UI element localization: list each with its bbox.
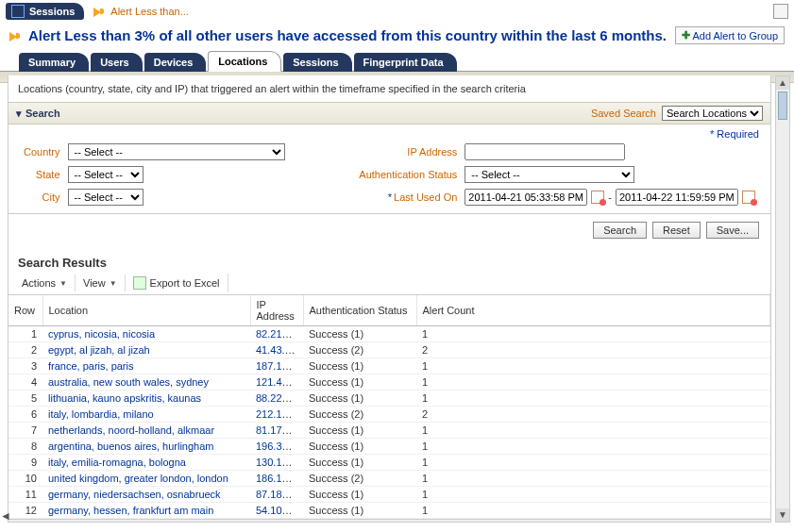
tab-sessions[interactable]: Sessions <box>283 53 351 72</box>
table-row: 9italy, emilia-romagna, bologna130.136.1… <box>8 455 770 471</box>
auth-status-cell: Success (1) <box>303 487 416 503</box>
tab-locations[interactable]: Locations <box>208 51 281 72</box>
tab-devices[interactable]: Devices <box>144 53 207 72</box>
ip-link[interactable]: 87.183.66 <box>256 489 302 500</box>
table-row: 4australia, new south wales, sydney121.4… <box>8 374 770 391</box>
auth-status-cell: Success (1) <box>303 391 416 407</box>
reset-button[interactable]: Reset <box>652 222 701 239</box>
scroll-right-icon[interactable]: ► <box>755 522 769 524</box>
collapse-handle-icon[interactable]: ◄ <box>0 509 11 523</box>
alert-count-cell: 1 <box>416 455 770 471</box>
table-row: 1cyprus, nicosia, nicosia82.211.12Succes… <box>8 326 770 342</box>
top-tab-sessions[interactable]: Sessions <box>6 3 84 20</box>
row-number: 7 <box>8 423 42 439</box>
ip-label: IP Address <box>359 146 457 158</box>
ip-input[interactable] <box>465 143 625 160</box>
auth-status-cell: Success (2) <box>303 342 416 358</box>
tab-fingerprint-data[interactable]: Fingerprint Data <box>354 53 457 72</box>
scroll-up-icon[interactable]: ▲ <box>776 76 789 90</box>
auth-status-cell: Success (1) <box>303 358 416 374</box>
row-number: 11 <box>8 487 42 503</box>
alert-count-cell: 2 <box>416 407 770 423</box>
search-button[interactable]: Search <box>593 222 647 239</box>
add-alert-to-group-link[interactable]: ✚ Add Alert to Group <box>675 26 786 44</box>
calendar-from-icon[interactable] <box>591 191 604 204</box>
location-link[interactable]: united kingdom, greater london, london <box>48 473 228 484</box>
location-link[interactable]: italy, lombardia, milano <box>48 408 154 420</box>
date-to-input[interactable] <box>616 189 738 206</box>
section-description: Locations (country, state, city and IP) … <box>8 75 770 102</box>
location-link[interactable]: germany, niedersachsen, osnabrueck <box>48 489 221 500</box>
actions-menu[interactable]: Actions ▼ <box>14 274 76 291</box>
saved-search-select[interactable]: Search Locations <box>662 106 763 121</box>
date-from-input[interactable] <box>465 189 587 206</box>
location-link[interactable]: argentina, buenos aires, hurlingham <box>48 441 214 452</box>
alert-count-cell: 1 <box>416 471 770 487</box>
location-link[interactable]: netherlands, noord-holland, alkmaar <box>48 424 214 436</box>
ip-link[interactable]: 130.136.1 <box>256 457 302 468</box>
table-row: 12germany, hessen, frankfurt am main54.1… <box>8 503 770 519</box>
location-link[interactable]: australia, new south wales, sydney <box>48 376 209 388</box>
ip-link[interactable]: 54.108.2. <box>256 505 299 516</box>
calendar-to-icon[interactable] <box>742 191 755 204</box>
ip-link[interactable]: 121.44.16 <box>256 376 302 388</box>
search-section-header[interactable]: ▾ Search Saved Search Search Locations <box>8 102 770 125</box>
location-link[interactable]: germany, hessen, frankfurt am main <box>48 505 213 516</box>
saved-search-label: Saved Search <box>591 108 656 119</box>
tab-users[interactable]: Users <box>91 53 143 72</box>
auth-status-cell: Success (1) <box>303 439 416 455</box>
ip-link[interactable]: 81.171.10 <box>256 424 302 436</box>
row-number: 3 <box>8 358 42 374</box>
content-scroll[interactable]: Locations (country, state, city and IP) … <box>8 75 771 523</box>
horizontal-scrollbar[interactable]: ◄ ► <box>8 519 770 523</box>
view-menu[interactable]: View ▼ <box>76 274 126 291</box>
window-action-icon[interactable] <box>773 4 788 19</box>
alert-count-cell: 1 <box>416 423 770 439</box>
alert-count-cell: 1 <box>416 439 770 455</box>
auth-status-cell: Success (1) <box>303 326 416 342</box>
city-select[interactable]: -- Select -- <box>68 189 144 206</box>
ip-link[interactable]: 187.194.4 <box>256 360 302 372</box>
auth-status-cell: Success (1) <box>303 455 416 471</box>
col-auth[interactable]: Authentication Status <box>303 295 416 326</box>
top-tab-alert[interactable]: Alert Less than... <box>93 6 189 17</box>
col-location[interactable]: Location <box>42 295 250 326</box>
alert-count-cell: 1 <box>416 391 770 407</box>
ip-link[interactable]: 186.154.1 <box>256 473 302 484</box>
location-link[interactable]: france, paris, paris <box>48 360 133 372</box>
table-row: 8argentina, buenos aires, hurlingham196.… <box>8 439 770 455</box>
auth-status-cell: Success (2) <box>303 471 416 487</box>
sessions-label: Sessions <box>29 6 75 17</box>
col-alert[interactable]: Alert Count <box>416 295 770 326</box>
ip-link[interactable]: 196.32.65 <box>256 441 302 452</box>
col-ip[interactable]: IP Address <box>250 295 303 326</box>
state-select[interactable]: -- Select -- <box>68 166 144 183</box>
ip-link[interactable]: 41.43.37. <box>256 344 299 356</box>
tab-summary[interactable]: Summary <box>19 53 89 72</box>
col-row[interactable]: Row <box>8 295 42 326</box>
country-label: Country <box>24 146 60 158</box>
auth-status-select[interactable]: -- Select -- <box>465 166 634 183</box>
alert-count-cell: 1 <box>416 374 770 391</box>
auth-status-cell: Success (1) <box>303 374 416 391</box>
auth-status-cell: Success (1) <box>303 423 416 439</box>
country-select[interactable]: -- Select -- <box>68 143 285 160</box>
location-link[interactable]: italy, emilia-romagna, bologna <box>48 457 186 468</box>
dropdown-icon: ▼ <box>110 279 117 288</box>
scroll-left-icon[interactable]: ◄ <box>10 522 24 524</box>
location-link[interactable]: lithuania, kauno apskritis, kaunas <box>48 392 201 404</box>
export-button[interactable]: Export to Excel <box>126 274 228 292</box>
vertical-scrollbar[interactable]: ▲ ▼ <box>775 75 790 523</box>
ip-link[interactable]: 88.223.96 <box>256 392 302 404</box>
row-number: 5 <box>8 391 42 407</box>
scroll-down-icon[interactable]: ▼ <box>776 508 789 522</box>
table-row: 2egypt, al jizah, al jizah41.43.37.Succe… <box>8 342 770 358</box>
scroll-thumb[interactable] <box>778 91 787 120</box>
excel-icon <box>133 276 146 290</box>
save-button[interactable]: Save... <box>706 222 759 239</box>
ip-link[interactable]: 82.211.12 <box>256 328 302 340</box>
add-alert-label: Add Alert to Group <box>693 30 779 42</box>
ip-link[interactable]: 212.177.8 <box>256 408 302 420</box>
location-link[interactable]: cyprus, nicosia, nicosia <box>48 328 155 340</box>
location-link[interactable]: egypt, al jizah, al jizah <box>48 344 150 356</box>
